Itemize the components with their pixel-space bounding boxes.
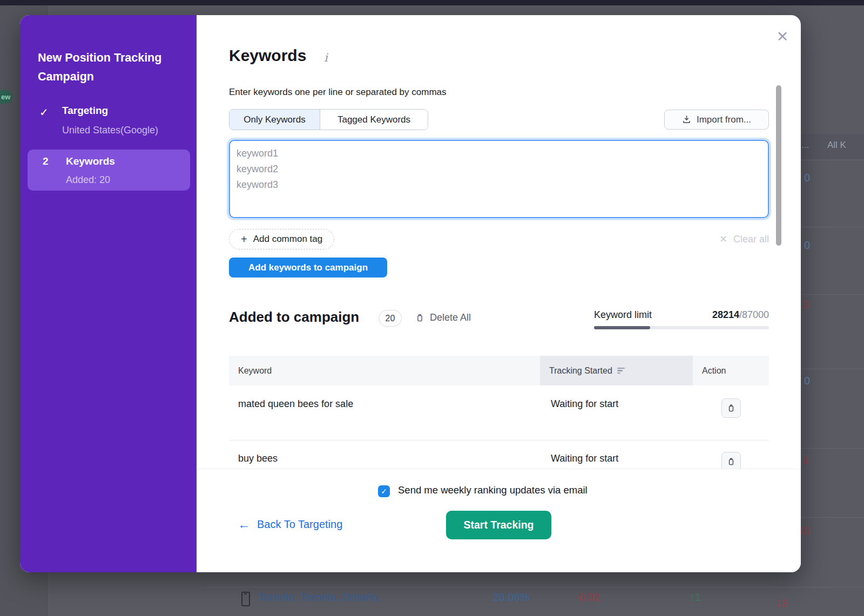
step-keywords-sublabel: Added: 20 (66, 174, 110, 186)
trash-icon (727, 457, 735, 466)
plus-icon: + (241, 233, 247, 246)
visibility-value: 20.06% (493, 591, 530, 604)
step-targeting-label: Targeting (62, 105, 108, 117)
weekly-updates-label: Send me weekly ranking updates via email (398, 484, 588, 496)
row-keyword: mated queen bees for sale (238, 398, 353, 410)
mobile-device-icon (241, 592, 250, 606)
column-action: Action (693, 356, 769, 385)
keyword-limit-progressbar (594, 326, 769, 329)
arrow-left-icon: ← (238, 517, 250, 532)
start-tracking-button[interactable]: Start Tracking (446, 511, 551, 539)
step-keywords-number: 2 (43, 155, 49, 167)
placeholder-line: keyword1 (237, 146, 761, 161)
background-cell-value: 0 (804, 375, 810, 387)
screen: ew ... All K 0 0 ↓3 0 ↓4 ↓10 ↓3 Toronto,… (0, 0, 864, 616)
back-to-targeting-label: Back To Targeting (257, 518, 342, 531)
trash-icon (415, 313, 424, 322)
background-row-divider (801, 294, 864, 295)
step-targeting-sublabel: United States(Google) (62, 125, 158, 136)
add-common-tag-label: Add common tag (253, 234, 323, 245)
background-row-divider (801, 160, 864, 160)
keyword-limit-used: 28214 (712, 309, 739, 320)
wizard-sidebar: New Position Tracking Campaign ✓ Targeti… (20, 15, 197, 572)
keywords-table-header: Keyword Tracking Started Action (229, 356, 769, 385)
delete-all-button[interactable]: Delete All (415, 312, 471, 323)
import-from-button[interactable]: Import from... (664, 110, 769, 130)
browser-top-bar (0, 0, 864, 5)
wizard-title: New Position Tracking Campaign (38, 49, 186, 86)
clear-icon: ✕ (719, 233, 727, 245)
visibility-diff: -0.02 (576, 591, 600, 604)
background-location-row: Toronto, Toronto, Ontario, 20.06% -0.02 … (0, 590, 864, 616)
placeholder-line: keyword3 (237, 177, 761, 193)
modal-scrollbar-thumb[interactable] (776, 85, 781, 246)
back-to-targeting-link[interactable]: ← Back To Targeting (238, 517, 342, 532)
step-keywords-label: Keywords (66, 155, 115, 167)
background-table-header: ... All K (801, 134, 864, 159)
keywords-instruction: Enter keywords one per line or separated… (229, 87, 447, 98)
keyword-limit-label: Keyword limit (594, 309, 652, 321)
clear-all-label: Clear all (733, 234, 769, 245)
background-row-divider (801, 369, 864, 369)
location-link: Toronto, Toronto, Ontario, (258, 591, 380, 604)
wizard-step-targeting[interactable]: ✓ Targeting United States(Google) (20, 101, 197, 150)
page-title: Keywords (229, 46, 306, 65)
background-row-divider (801, 227, 864, 227)
column-keyword: Keyword (229, 356, 540, 385)
keywords-tab-group: Only Keywords Tagged Keywords (229, 109, 428, 130)
clear-all-button[interactable]: ✕ Clear all (719, 233, 769, 245)
improved-count: ↑1 (690, 591, 701, 604)
close-icon[interactable]: ✕ (772, 26, 793, 48)
background-header-truncated: ... (801, 140, 809, 151)
new-campaign-modal: New Position Tracking Campaign ✓ Targeti… (20, 15, 801, 572)
row-keyword: buy bees (238, 453, 278, 464)
delete-row-button[interactable] (721, 398, 741, 418)
background-cell-value: 0 (804, 239, 810, 252)
tab-only-keywords[interactable]: Only Keywords (230, 110, 320, 130)
import-from-label: Import from... (697, 114, 751, 125)
keywords-input[interactable]: keyword1 keyword2 keyword3 (229, 140, 769, 218)
column-tracking-started-label: Tracking Started (549, 366, 612, 376)
keyword-limit-value: 28214/87000 (712, 309, 769, 321)
background-header-all-keywords: All K (827, 140, 846, 151)
info-icon[interactable]: i (324, 51, 328, 64)
background-row-divider (207, 587, 864, 587)
keyword-limit-total: /87000 (739, 309, 769, 320)
weekly-updates-checkbox[interactable]: ✓ (378, 485, 390, 497)
trash-icon (727, 404, 735, 412)
keyword-limit-progress-fill (594, 326, 650, 329)
added-count-badge: 20 (379, 310, 402, 327)
check-icon: ✓ (39, 106, 49, 119)
background-row-divider (801, 448, 864, 449)
background-cell-value: 0 (804, 172, 810, 184)
column-tracking-started[interactable]: Tracking Started (540, 356, 693, 385)
add-common-tag-button[interactable]: + Add common tag (229, 229, 334, 249)
added-section-title: Added to campaign (229, 309, 359, 326)
download-icon (682, 115, 691, 124)
background-row-divider (801, 517, 864, 518)
placeholder-line: keyword2 (237, 161, 761, 177)
tab-tagged-keywords[interactable]: Tagged Keywords (320, 110, 428, 130)
wizard-step-keywords[interactable]: 2 Keywords Added: 20 (28, 150, 190, 191)
row-status: Waiting for start (551, 453, 618, 464)
row-status: Waiting for start (551, 398, 618, 410)
delete-all-label: Delete All (430, 312, 471, 323)
sort-descending-icon (617, 368, 625, 374)
table-row: mated queen bees for sale Waiting for st… (229, 385, 769, 440)
add-keywords-button[interactable]: Add keywords to campaign (229, 258, 387, 277)
